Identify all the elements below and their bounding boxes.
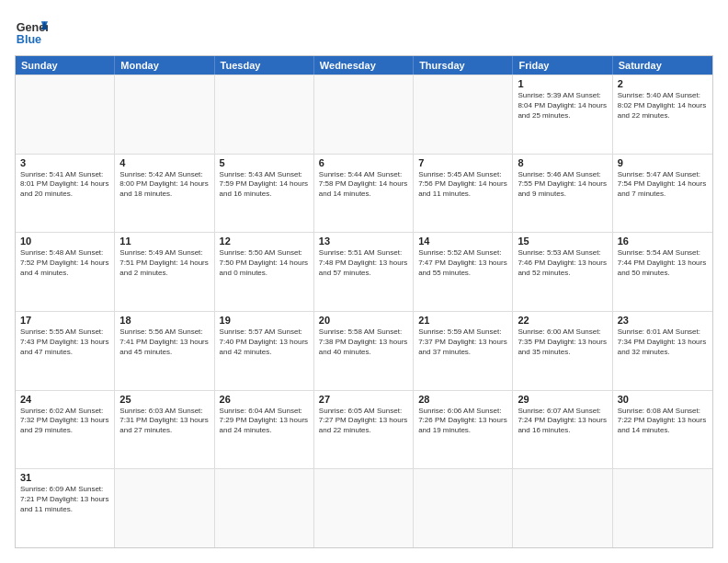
- day-cell-4: 4Sunrise: 5:42 AM Sunset: 8:00 PM Daylig…: [115, 155, 214, 233]
- day-info: Sunrise: 6:03 AM Sunset: 7:31 PM Dayligh…: [119, 407, 209, 436]
- day-info: Sunrise: 6:05 AM Sunset: 7:27 PM Dayligh…: [319, 407, 408, 436]
- day-cell-18: 18Sunrise: 5:56 AM Sunset: 7:41 PM Dayli…: [115, 312, 214, 390]
- header: General Blue: [15, 15, 713, 48]
- day-cell-21: 21Sunrise: 5:59 AM Sunset: 7:37 PM Dayli…: [414, 312, 513, 390]
- day-info: Sunrise: 5:49 AM Sunset: 7:51 PM Dayligh…: [119, 248, 209, 278]
- day-number: 1: [518, 78, 607, 89]
- day-number: 9: [618, 157, 708, 168]
- day-cell-31: 31Sunrise: 6:09 AM Sunset: 7:21 PM Dayli…: [16, 469, 115, 547]
- day-cell-20: 20Sunrise: 5:58 AM Sunset: 7:38 PM Dayli…: [314, 312, 414, 390]
- day-info: Sunrise: 5:56 AM Sunset: 7:41 PM Dayligh…: [119, 327, 209, 357]
- calendar-header: SundayMondayTuesdayWednesdayThursdayFrid…: [16, 56, 712, 75]
- day-info: Sunrise: 5:58 AM Sunset: 7:38 PM Dayligh…: [319, 327, 408, 357]
- day-info: Sunrise: 5:51 AM Sunset: 7:48 PM Dayligh…: [319, 248, 408, 278]
- header-day-tuesday: Tuesday: [215, 56, 314, 75]
- day-number: 17: [20, 315, 109, 326]
- day-number: 29: [518, 394, 607, 405]
- day-cell-10: 10Sunrise: 5:48 AM Sunset: 7:52 PM Dayli…: [16, 233, 115, 311]
- day-cell-28: 28Sunrise: 6:06 AM Sunset: 7:26 PM Dayli…: [414, 391, 513, 469]
- day-info: Sunrise: 6:02 AM Sunset: 7:32 PM Dayligh…: [20, 407, 109, 436]
- empty-cell: [215, 469, 314, 547]
- day-cell-15: 15Sunrise: 5:53 AM Sunset: 7:46 PM Dayli…: [513, 233, 612, 311]
- day-cell-29: 29Sunrise: 6:07 AM Sunset: 7:24 PM Dayli…: [513, 391, 612, 469]
- calendar-row-2: 3Sunrise: 5:41 AM Sunset: 8:01 PM Daylig…: [16, 154, 712, 233]
- day-cell-5: 5Sunrise: 5:43 AM Sunset: 7:59 PM Daylig…: [215, 155, 314, 233]
- empty-cell: [115, 75, 214, 154]
- empty-cell: [215, 75, 314, 154]
- logo-icon: General Blue: [15, 15, 48, 48]
- day-cell-27: 27Sunrise: 6:05 AM Sunset: 7:27 PM Dayli…: [314, 391, 414, 469]
- day-number: 2: [618, 78, 708, 89]
- empty-cell: [115, 469, 214, 547]
- day-number: 19: [220, 315, 309, 326]
- calendar: SundayMondayTuesdayWednesdayThursdayFrid…: [15, 55, 713, 548]
- day-number: 13: [319, 236, 408, 247]
- day-number: 4: [119, 157, 209, 168]
- day-number: 25: [119, 394, 209, 405]
- header-day-friday: Friday: [513, 56, 612, 75]
- day-cell-30: 30Sunrise: 6:08 AM Sunset: 7:22 PM Dayli…: [613, 391, 712, 469]
- day-info: Sunrise: 5:59 AM Sunset: 7:37 PM Dayligh…: [418, 327, 507, 357]
- day-number: 21: [418, 315, 507, 326]
- empty-cell: [314, 469, 414, 547]
- empty-cell: [414, 75, 513, 154]
- page: General Blue SundayMondayTuesdayWednesda…: [0, 0, 728, 563]
- day-number: 20: [319, 315, 408, 326]
- day-cell-13: 13Sunrise: 5:51 AM Sunset: 7:48 PM Dayli…: [314, 233, 414, 311]
- calendar-row-4: 17Sunrise: 5:55 AM Sunset: 7:43 PM Dayli…: [16, 311, 712, 390]
- day-number: 8: [518, 157, 607, 168]
- day-info: Sunrise: 5:46 AM Sunset: 7:55 PM Dayligh…: [518, 170, 607, 200]
- day-cell-23: 23Sunrise: 6:01 AM Sunset: 7:34 PM Dayli…: [613, 312, 712, 390]
- header-day-thursday: Thursday: [414, 56, 513, 75]
- day-cell-12: 12Sunrise: 5:50 AM Sunset: 7:50 PM Dayli…: [215, 233, 314, 311]
- day-cell-3: 3Sunrise: 5:41 AM Sunset: 8:01 PM Daylig…: [16, 155, 115, 233]
- day-number: 24: [20, 394, 109, 405]
- svg-text:Blue: Blue: [17, 33, 41, 46]
- day-number: 5: [220, 157, 309, 168]
- day-cell-19: 19Sunrise: 5:57 AM Sunset: 7:40 PM Dayli…: [215, 312, 314, 390]
- header-day-monday: Monday: [115, 56, 214, 75]
- day-number: 11: [119, 236, 209, 247]
- day-info: Sunrise: 5:45 AM Sunset: 7:56 PM Dayligh…: [418, 170, 507, 200]
- day-number: 12: [220, 236, 309, 247]
- day-number: 15: [518, 236, 607, 247]
- day-number: 3: [20, 157, 109, 168]
- header-day-saturday: Saturday: [613, 56, 712, 75]
- day-info: Sunrise: 5:41 AM Sunset: 8:01 PM Dayligh…: [20, 170, 109, 200]
- calendar-body: 1Sunrise: 5:39 AM Sunset: 8:04 PM Daylig…: [16, 75, 712, 547]
- day-number: 18: [119, 315, 209, 326]
- day-info: Sunrise: 6:09 AM Sunset: 7:21 PM Dayligh…: [20, 485, 109, 514]
- day-cell-22: 22Sunrise: 6:00 AM Sunset: 7:35 PM Dayli…: [513, 312, 612, 390]
- day-info: Sunrise: 6:06 AM Sunset: 7:26 PM Dayligh…: [418, 407, 507, 436]
- day-number: 22: [518, 315, 607, 326]
- day-number: 6: [319, 157, 408, 168]
- day-number: 7: [418, 157, 507, 168]
- day-info: Sunrise: 5:43 AM Sunset: 7:59 PM Dayligh…: [220, 170, 309, 200]
- day-number: 31: [20, 472, 109, 483]
- header-day-sunday: Sunday: [16, 56, 115, 75]
- day-cell-9: 9Sunrise: 5:47 AM Sunset: 7:54 PM Daylig…: [613, 155, 712, 233]
- day-info: Sunrise: 5:52 AM Sunset: 7:47 PM Dayligh…: [418, 248, 507, 278]
- empty-cell: [613, 469, 712, 547]
- day-info: Sunrise: 5:53 AM Sunset: 7:46 PM Dayligh…: [518, 248, 607, 278]
- empty-cell: [16, 75, 115, 154]
- day-cell-11: 11Sunrise: 5:49 AM Sunset: 7:51 PM Dayli…: [115, 233, 214, 311]
- day-cell-6: 6Sunrise: 5:44 AM Sunset: 7:58 PM Daylig…: [314, 155, 414, 233]
- calendar-row-3: 10Sunrise: 5:48 AM Sunset: 7:52 PM Dayli…: [16, 232, 712, 311]
- day-cell-2: 2Sunrise: 5:40 AM Sunset: 8:02 PM Daylig…: [613, 75, 712, 154]
- empty-cell: [314, 75, 414, 154]
- day-info: Sunrise: 5:39 AM Sunset: 8:04 PM Dayligh…: [518, 91, 607, 121]
- logo: General Blue: [15, 15, 48, 48]
- calendar-row-1: 1Sunrise: 5:39 AM Sunset: 8:04 PM Daylig…: [16, 75, 712, 154]
- empty-cell: [414, 469, 513, 547]
- day-number: 28: [418, 394, 507, 405]
- day-info: Sunrise: 5:50 AM Sunset: 7:50 PM Dayligh…: [220, 248, 309, 278]
- day-info: Sunrise: 5:48 AM Sunset: 7:52 PM Dayligh…: [20, 248, 109, 278]
- day-info: Sunrise: 6:01 AM Sunset: 7:34 PM Dayligh…: [618, 327, 708, 357]
- day-cell-14: 14Sunrise: 5:52 AM Sunset: 7:47 PM Dayli…: [414, 233, 513, 311]
- day-info: Sunrise: 5:54 AM Sunset: 7:44 PM Dayligh…: [618, 248, 708, 278]
- empty-cell: [513, 469, 612, 547]
- day-number: 10: [20, 236, 109, 247]
- calendar-row-6: 31Sunrise: 6:09 AM Sunset: 7:21 PM Dayli…: [16, 468, 712, 547]
- day-info: Sunrise: 5:40 AM Sunset: 8:02 PM Dayligh…: [618, 91, 708, 121]
